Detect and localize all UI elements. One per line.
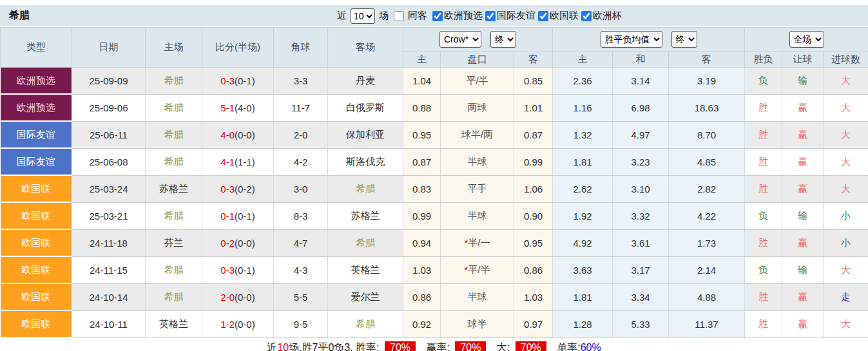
competition-checkbox[interactable] [485,11,496,21]
col-header-result-goals: 进球数 [824,52,868,68]
corner-score: 8-3 [274,202,328,229]
competition-checkbox[interactable] [581,11,592,21]
handicap-line: 半球 [441,202,514,229]
competition-filter[interactable]: 国际友谊 [483,10,535,22]
avg-odds-home: 1.81 [553,283,613,310]
recent-count-select[interactable]: 10 [351,8,375,24]
col-header-odds-away: 客 [514,52,553,68]
away-team: 英格兰 [328,256,403,283]
score-halftime: (0-0) [235,319,255,330]
competition-cell: 欧洲预选 [1,68,72,95]
scope-select[interactable]: 全场 [789,31,824,48]
col-header-avg-away: 客 [669,52,745,68]
home-team: 苏格兰 [146,175,202,202]
match-row: 国际友谊 25-06-08 希腊 4-1(1-1) 4-2 斯洛伐克 0.87 … [1,148,868,175]
handicap-odds-away: 0.87 [514,121,553,148]
result-cover: 输 [782,256,824,283]
matches-table: 类型 日期 主场 比分(半场) 角球 客场 Crow* 终 胜 [0,27,868,338]
result-group-header: 全场 [745,28,868,52]
match-row: 欧国联 25-03-21 希腊 0-1(0-1) 8-3 苏格兰 0.99 半球… [1,202,868,229]
avg-source-select[interactable]: 胜平负均值 [601,31,662,48]
match-date: 24-11-15 [72,256,146,283]
handicap-odds-away: 0.85 [514,68,553,95]
score-halftime: (0-1) [235,211,255,222]
match-row: 欧国联 24-10-11 英格兰 1-2(0-0) 9-5 希腊 0.92 球半… [1,310,868,337]
handicap-line: 球半/两 [441,121,514,148]
handicap-odds-away: 0.99 [514,148,553,175]
score-fulltime: 0-3 [220,265,235,276]
competition-badge: 欧国联 [1,257,72,283]
avg-odds-away: 2.82 [669,175,745,202]
home-team: 希腊 [146,94,202,121]
score-cell: 0-2(0-0) [202,229,274,256]
handicap-odds-home: 0.95 [403,121,441,148]
home-team: 希腊 [146,148,202,175]
competition-filter-label: 欧洲预选 [444,10,483,22]
match-date: 25-03-21 [72,202,146,229]
same-venue-toggle[interactable]: 同客 [391,10,430,22]
corner-score: 4-2 [274,148,328,175]
col-header-away: 客场 [328,28,403,68]
score-fulltime: 4-1 [220,157,235,167]
page-title: 希腊 [9,9,30,23]
single-rate-label: 单率: [557,342,580,351]
competition-checkbox[interactable] [538,11,548,21]
score-fulltime: 1-2 [220,319,235,330]
score-halftime: (0-1) [235,75,255,86]
result-goals: 小 [824,229,868,256]
matches-label: 场 [379,10,389,22]
score-cell: 5-1(4-0) [202,94,274,121]
result-wdl: 胜 [745,121,782,148]
score-fulltime: 2-0 [220,292,235,303]
handicap-odds-home: 0.94 [403,229,441,256]
avg-odds-home: 2.62 [553,175,613,202]
competition-filter[interactable]: 欧洲杯 [579,10,622,22]
result-wdl: 负 [745,68,782,95]
avg-odds-away: 1.73 [669,229,745,256]
summary-bar: 近10场,胜7平0负3, 胜率: 70% 赢率: 70% 大: 70% 单率:6… [0,338,868,351]
avg-odds-draw: 3.61 [613,229,669,256]
handicap-odds-home: 0.92 [403,310,441,337]
home-team: 希腊 [146,283,202,310]
single-rate-value: 60% [581,342,601,351]
handicap-odds-home: 0.88 [403,94,441,121]
corner-score: 3-3 [274,68,328,95]
handicap-odds-home: 0.99 [403,202,441,229]
handicap-odds-home: 1.04 [403,68,441,95]
result-cover: 赢 [782,94,824,121]
col-header-corner: 角球 [274,28,328,68]
score-cell: 0-1(0-1) [202,202,274,229]
bookmaker-select[interactable]: Crow* [439,31,481,48]
handicap-line: 半球 [441,148,514,175]
same-venue-checkbox[interactable] [394,11,404,21]
match-date: 25-09-09 [72,68,146,95]
avg-odds-draw: 3.14 [613,68,669,95]
result-cover: 输 [782,68,824,95]
avg-odds-home: 1.16 [553,94,613,121]
result-cover: 赢 [782,310,824,337]
result-wdl: 负 [745,256,782,283]
result-goals: 大 [824,256,868,283]
competition-filter[interactable]: 欧国联 [535,10,579,22]
match-date: 25-06-11 [72,121,146,148]
handicap-odds-away: 1.01 [514,94,553,121]
avg-odds-away: 4.22 [669,202,745,229]
away-team: 斯洛伐克 [328,148,403,175]
corner-score: 4-7 [274,229,328,256]
avg-time-select[interactable]: 终 [671,31,697,48]
result-goals: 大 [824,148,868,175]
match-date: 25-03-24 [72,175,146,202]
odds-time-select[interactable]: 终 [490,31,516,48]
corner-score: 2-0 [274,121,328,148]
score-cell: 0-3(0-1) [202,68,274,95]
competition-badge: 国际友谊 [1,122,72,147]
score-fulltime: 0-1 [220,211,235,222]
handicap-line: *平/半 [441,256,514,283]
result-goals: 大 [824,94,868,121]
competition-filter[interactable]: 欧洲预选 [430,10,483,22]
competition-cell: 欧国联 [1,283,72,310]
col-header-result-wdl: 胜负 [745,52,782,68]
competition-checkbox[interactable] [432,11,443,21]
competition-filter-label: 欧洲杯 [593,10,622,22]
result-goals: 大 [824,121,868,148]
